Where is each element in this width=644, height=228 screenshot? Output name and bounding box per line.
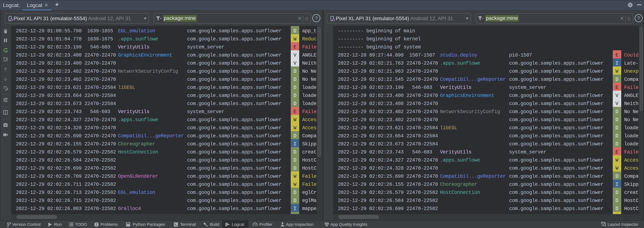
svg-text:?: ? xyxy=(637,15,640,21)
svg-text:?: ? xyxy=(315,15,318,21)
